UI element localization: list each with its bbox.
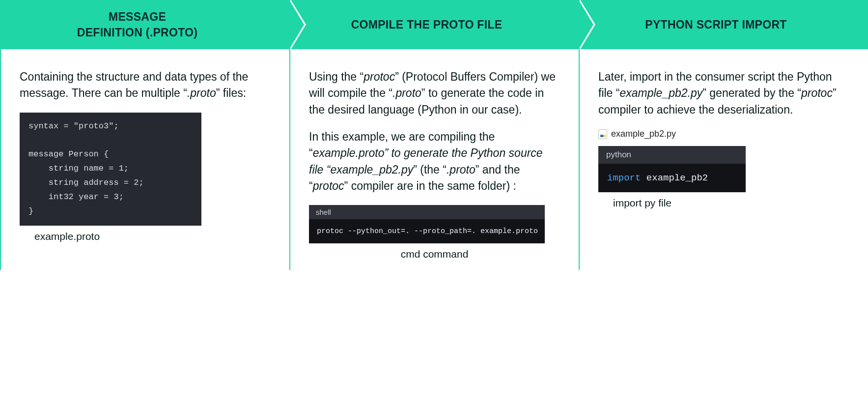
python-lang-label: python xyxy=(598,146,746,164)
step-3-title: PYTHON SCRIPT IMPORT xyxy=(630,17,816,32)
step-3-header: PYTHON SCRIPT IMPORT xyxy=(579,0,868,49)
col2-p1-em1: protoc xyxy=(364,70,395,83)
step-2-header: COMPILE THE PROTO FILE xyxy=(289,0,579,49)
col2-p2: In this example, we are compiling the “e… xyxy=(309,129,560,194)
col2-p2-post: ” compiler are in the same folder) : xyxy=(344,179,516,192)
python-import-module: example_pb2 xyxy=(641,173,708,183)
col-compile-proto: Using the “protoc” (Protocol Buffers Com… xyxy=(289,49,579,270)
columns-row: Containing the structure and data types … xyxy=(0,49,868,270)
col1-description: Containing the structure and data types … xyxy=(20,69,271,102)
col1-desc-em: .proto xyxy=(187,87,216,99)
python-import-keyword: import xyxy=(607,173,641,183)
col3-p: Later, import in the consumer script the… xyxy=(598,69,849,118)
step-1-title: MESSAGE DEFINITION (.PROTO) xyxy=(62,9,227,40)
col2-p2-em2: .proto xyxy=(447,163,476,176)
step-arrow-bar: MESSAGE DEFINITION (.PROTO) COMPILE THE … xyxy=(0,0,868,49)
proto-caption: example.proto xyxy=(20,231,271,242)
file-chip-name: example_pb2.py xyxy=(611,129,676,139)
shell-lang-label: shell xyxy=(309,205,545,219)
shell-code-body: protoc --python_out=. --proto_path=. exa… xyxy=(309,219,545,243)
col3-p-em1: example_pb2.py xyxy=(619,87,702,99)
python-code-card: python import example_pb2 xyxy=(598,146,746,192)
shell-code-card: shell protoc --python_out=. --proto_path… xyxy=(309,205,545,243)
proto-code-block: syntax = "proto3"; message Person { stri… xyxy=(20,113,201,226)
col2-p1-em2: .proto xyxy=(392,87,421,99)
col3-p-mid: ” generated by the “ xyxy=(702,87,801,99)
col2-p1-pre: Using the “ xyxy=(309,70,364,83)
col2-p1: Using the “protoc” (Protocol Buffers Com… xyxy=(309,69,560,118)
python-caption: import py file xyxy=(598,197,849,209)
step-2-title: COMPILE THE PROTO FILE xyxy=(336,17,532,32)
python-file-icon xyxy=(598,129,607,139)
col-python-import: Later, import in the consumer script the… xyxy=(579,49,868,270)
step-1-header: MESSAGE DEFINITION (.PROTO) xyxy=(0,0,289,49)
col2-p2-em3: protoc xyxy=(313,179,344,192)
python-code-body: import example_pb2 xyxy=(598,164,746,192)
file-chip: example_pb2.py xyxy=(598,129,849,139)
shell-caption: cmd command xyxy=(309,248,560,260)
col1-desc-post: ” files: xyxy=(216,87,246,99)
col2-p2-mid: ” (the “ xyxy=(413,163,447,176)
col3-p-em2: protoc xyxy=(801,87,833,99)
col-message-definition: Containing the structure and data types … xyxy=(0,49,289,270)
